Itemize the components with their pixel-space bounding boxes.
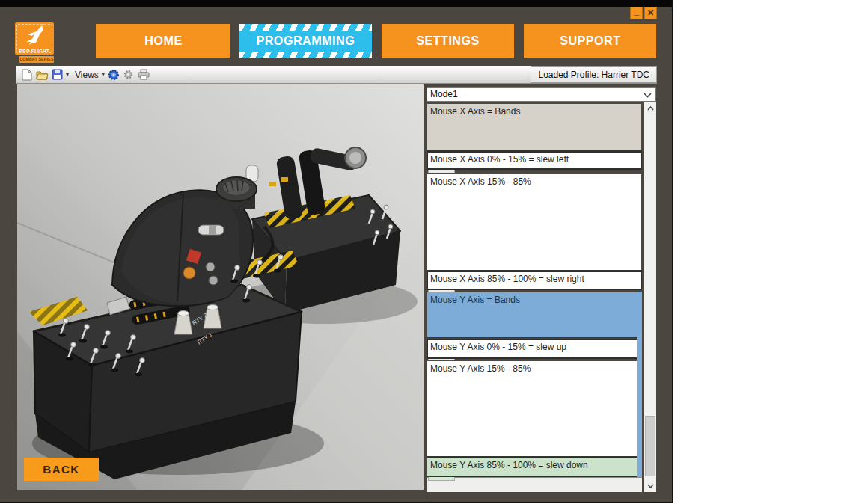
scroll-down-button[interactable] — [644, 479, 656, 492]
settings-gear-icon[interactable] — [122, 68, 135, 82]
mode-selector[interactable]: Mode1 — [427, 87, 656, 102]
close-icon: ✕ — [647, 8, 654, 17]
profile-gear-icon[interactable] — [107, 68, 120, 82]
jet-icon — [22, 24, 47, 46]
logo-brand-text: PRO FLIGHT — [15, 49, 54, 53]
programming-panel: Mode1 Mouse X Axis = BandsMouse X Axis 0… — [427, 87, 656, 492]
axis-command-row[interactable]: Mouse Y Axis 85% - 100% = slew down — [427, 457, 642, 477]
tab-programming-label: PROGRAMMING — [257, 34, 355, 49]
toolbar: ▾ Views ▾ Loaded Profile: Harrier TDC — [16, 66, 657, 84]
views-menu[interactable]: Views — [75, 70, 99, 80]
command-list-footer — [427, 477, 642, 492]
scrollbar-thumb[interactable] — [645, 416, 655, 476]
chevron-down-icon — [644, 93, 652, 98]
tab-home[interactable]: HOME — [96, 24, 230, 58]
chevron-down-icon — [647, 484, 654, 488]
titlebar — [0, 0, 672, 7]
views-dropdown-caret[interactable]: ▾ — [102, 71, 105, 78]
axis-command-row[interactable]: Mouse X Axis 0% - 15% = slew left — [427, 151, 642, 170]
y-axis-band-indicator — [637, 292, 642, 477]
open-folder-icon[interactable] — [35, 68, 49, 82]
new-document-icon[interactable] — [20, 68, 34, 82]
chevron-up-icon — [647, 106, 654, 111]
scroll-up-button[interactable] — [644, 102, 656, 114]
save-icon[interactable] — [50, 68, 64, 82]
loaded-profile-label: Loaded Profile: Harrier TDC — [531, 66, 657, 83]
minimize-button[interactable]: _ — [630, 7, 643, 19]
row-edit-stub — [428, 477, 455, 481]
minimize-icon: _ — [631, 7, 642, 15]
tab-settings-label: SETTINGS — [416, 34, 480, 49]
axis-command-row[interactable]: Mouse Y Axis = Bands — [427, 292, 642, 338]
pro-flight-logo: PRO FLIGHT — [15, 22, 54, 55]
mode-selector-value: Mode1 — [430, 89, 458, 99]
throttle-render: RTY 2 RTY 1 — [17, 84, 424, 490]
logo-series-tag: COMBAT SERIES — [19, 56, 54, 63]
tab-programming[interactable]: PROGRAMMING — [239, 24, 372, 58]
tab-settings[interactable]: SETTINGS — [382, 24, 514, 58]
axis-command-row[interactable]: Mouse Y Axis 15% - 85% — [427, 360, 642, 457]
tab-home-label: HOME — [144, 34, 182, 49]
save-dropdown-caret[interactable]: ▾ — [66, 71, 69, 78]
application-window: _ ✕ PRO FLIGHT COMBAT SERIES HOME PROGRA… — [0, 0, 673, 503]
back-button[interactable]: BACK — [24, 458, 99, 481]
axis-command-row[interactable]: Mouse X Axis 85% - 100% = slew right — [427, 271, 642, 290]
tab-support-label: SUPPORT — [560, 34, 620, 49]
panel-scrollbar[interactable] — [644, 102, 656, 492]
axis-command-row[interactable]: Mouse X Axis = Bands — [427, 103, 642, 151]
device-photo: RTY 2 RTY 1 — [17, 84, 424, 490]
printer-icon[interactable] — [137, 68, 150, 82]
axis-command-row[interactable]: Mouse X Axis 15% - 85% — [427, 173, 642, 271]
command-list: Mouse X Axis = BandsMouse X Axis 0% - 15… — [427, 103, 642, 492]
close-button[interactable]: ✕ — [644, 7, 657, 19]
axis-command-row[interactable]: Mouse Y Axis 0% - 15% = slew up — [427, 339, 642, 359]
tab-support[interactable]: SUPPORT — [524, 24, 656, 58]
